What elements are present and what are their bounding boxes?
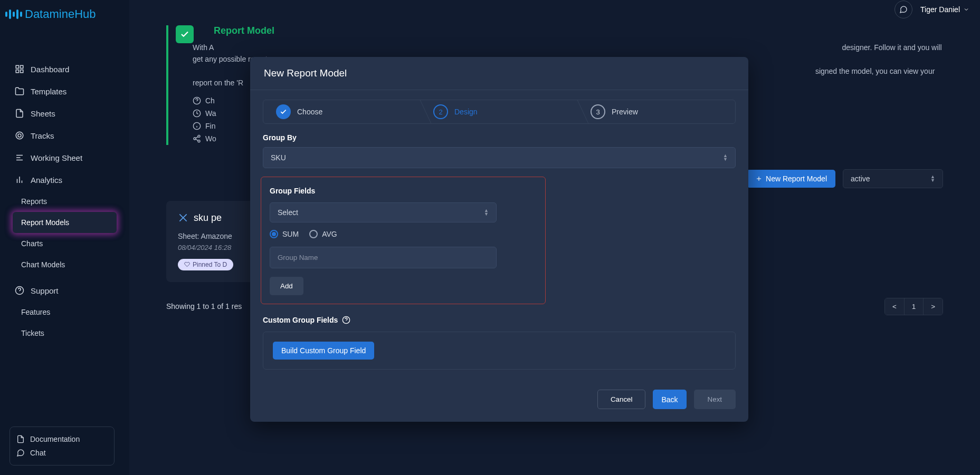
radio-label: AVG [322, 230, 337, 238]
info-icon [193, 122, 201, 130]
sidebar-item-label: Analytics [31, 176, 62, 185]
logo-text: DatamineHub [25, 7, 96, 21]
sidebar-item-sheets[interactable]: Sheets [0, 102, 129, 124]
custom-group-fields-label: Custom Group Fields [263, 316, 736, 324]
cancel-button[interactable]: Cancel [597, 390, 646, 409]
logo[interactable]: DatamineHub [0, 7, 129, 21]
sidebar-item-dashboard[interactable]: Dashboard [0, 58, 129, 80]
banner-title: Report Model [214, 25, 943, 36]
results-text: Showing 1 to 1 of 1 res [166, 302, 242, 311]
sidebar-item-label: Features [21, 308, 50, 316]
custom-group-fields-box: Build Custom Group Field [263, 332, 736, 370]
sidebar-item-features[interactable]: Features [0, 302, 129, 323]
file-icon [15, 109, 24, 118]
sidebar-item-tickets[interactable]: Tickets [0, 323, 129, 344]
sidebar-item-label: Report Models [21, 218, 69, 227]
select-placeholder: Select [278, 208, 298, 217]
target-icon [15, 131, 24, 140]
new-button-label: New Report Model [766, 175, 827, 183]
svg-rect-1 [21, 65, 23, 68]
logo-icon [5, 9, 22, 19]
sidebar-item-report-models[interactable]: Report Models [13, 212, 117, 233]
wizard-steps: Choose 2 Design 3 Preview [263, 100, 736, 124]
group-by-select[interactable]: SKU ▲▼ [263, 147, 736, 168]
check-icon [276, 104, 291, 119]
document-icon [16, 435, 25, 443]
sidebar-item-templates[interactable]: Templates [0, 80, 129, 102]
sidebar-item-support[interactable]: Support [0, 279, 129, 302]
new-report-model-button[interactable]: New Report Model [747, 170, 835, 188]
chat-icon [16, 449, 25, 457]
chat-button[interactable] [895, 1, 912, 18]
list-icon [15, 153, 24, 162]
documentation-link[interactable]: Documentation [16, 432, 108, 446]
compass-icon [178, 212, 188, 223]
next-button[interactable]: Next [694, 390, 736, 409]
plus-icon [755, 175, 763, 182]
sidebar-item-label: Charts [21, 239, 43, 248]
group-field-select[interactable]: Select ▲▼ [270, 202, 497, 222]
svg-point-5 [18, 134, 21, 137]
radio-checked-icon [270, 230, 278, 238]
pager-page-button[interactable]: 1 [905, 298, 924, 315]
radio-sum[interactable]: SUM [270, 230, 299, 238]
group-fields-label: Group Fields [270, 187, 537, 195]
sidebar-item-tracks[interactable]: Tracks [0, 124, 129, 147]
pager-next-button[interactable]: > [924, 298, 943, 315]
chevron-updown-icon: ▲▼ [484, 209, 489, 216]
sidebar-item-analytics[interactable]: Analytics [0, 169, 129, 191]
clock-icon [193, 109, 201, 118]
svg-point-20 [194, 138, 196, 140]
sidebar-bottom-box: Documentation Chat [9, 426, 115, 466]
chat-bubble-icon [899, 5, 908, 14]
sidebar-item-charts[interactable]: Charts [0, 233, 129, 254]
chevron-down-icon [963, 6, 969, 13]
pagination: < 1 > [884, 298, 943, 315]
bar-chart-icon [15, 175, 24, 185]
radio-label: SUM [282, 230, 299, 238]
chat-link[interactable]: Chat [16, 446, 108, 460]
user-menu[interactable]: Tiger Daniel [920, 5, 969, 14]
wizard-step-preview[interactable]: 3 Preview [578, 100, 735, 123]
wizard-step-choose[interactable]: Choose [263, 100, 421, 123]
add-button[interactable]: Add [270, 277, 303, 295]
grid-icon [15, 64, 24, 74]
status-filter-select[interactable]: active ▲▼ [843, 169, 943, 188]
sidebar-item-reports[interactable]: Reports [0, 191, 129, 212]
radio-avg[interactable]: AVG [309, 230, 337, 238]
svg-point-19 [198, 135, 200, 137]
svg-rect-2 [16, 70, 18, 73]
sidebar-item-working-sheet[interactable]: Working Sheet [0, 147, 129, 169]
chat-label: Chat [30, 449, 46, 457]
group-name-input[interactable] [270, 247, 497, 268]
svg-rect-3 [21, 70, 23, 73]
sidebar-item-label: Working Sheet [31, 153, 82, 162]
help-circle-icon [15, 286, 24, 295]
sidebar-item-label: Dashboard [31, 65, 69, 74]
chevron-updown-icon: ▲▼ [930, 175, 935, 182]
topbar: Tiger Daniel [0, 0, 980, 18]
build-custom-group-field-button[interactable]: Build Custom Group Field [273, 342, 374, 360]
modal-header: New Report Model [250, 57, 748, 90]
pager-prev-button[interactable]: < [885, 298, 905, 315]
wizard-label: Choose [297, 108, 322, 116]
sidebar: DatamineHub Dashboard Templates Sheets T… [0, 0, 129, 475]
help-circle-icon [193, 96, 201, 105]
sidebar-item-label: Tracks [31, 131, 54, 140]
help-circle-icon[interactable] [342, 316, 350, 324]
svg-line-22 [196, 137, 198, 138]
user-name: Tiger Daniel [920, 5, 960, 14]
sidebar-item-label: Reports [21, 197, 47, 206]
pinned-badge: Pinned To D [178, 259, 233, 270]
share-icon [193, 134, 201, 143]
wizard-step-design[interactable]: 2 Design [421, 100, 578, 123]
group-by-label: Group By [263, 133, 736, 142]
back-button[interactable]: Back [653, 390, 686, 409]
documentation-label: Documentation [30, 435, 80, 443]
sidebar-item-label: Templates [31, 87, 66, 96]
sidebar-item-chart-models[interactable]: Chart Models [0, 254, 129, 275]
filter-value: active [851, 175, 870, 183]
new-report-model-modal: New Report Model Choose 2 Design 3 Previ… [250, 57, 748, 422]
svg-rect-0 [16, 65, 18, 68]
wizard-label: Design [454, 108, 478, 116]
